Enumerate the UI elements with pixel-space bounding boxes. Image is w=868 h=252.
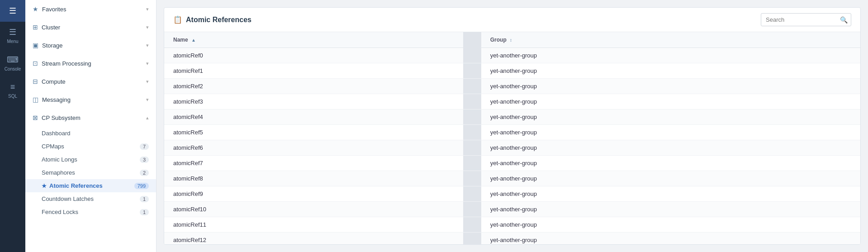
sidebar: ★ Favorites ▾ ⊞ Cluster ▾ ▣ Storage ▾	[25, 0, 157, 252]
sort-none-icon: ↕	[510, 38, 512, 43]
sidebar-item-messaging[interactable]: ◫ Messaging ▾	[25, 90, 156, 109]
sidebar-stream-processing-label: Stream Processing	[42, 60, 91, 67]
cell-group: yet-another-group	[481, 202, 860, 217]
search-input-wrap: 🔍	[761, 13, 851, 26]
atomic-longs-label: Atomic Longs	[42, 156, 77, 163]
sidebar-item-fenced-locks[interactable]: Fenced Locks 1	[25, 205, 156, 219]
col-divider	[463, 125, 481, 140]
sidebar-item-semaphores[interactable]: Semaphores 2	[25, 166, 156, 179]
table-row[interactable]: atomicRef10 yet-another-group	[164, 202, 860, 217]
stream-processing-icon: ⊡	[33, 60, 38, 67]
sidebar-item-favorites[interactable]: ★ Favorites ▾	[25, 0, 156, 18]
table-row[interactable]: atomicRef7 yet-another-group	[164, 156, 860, 171]
atomic-references-title-icon: 📋	[173, 15, 182, 24]
cell-name: atomicRef7	[164, 156, 463, 171]
sidebar-cluster-label: Cluster	[42, 24, 60, 31]
cell-group: yet-another-group	[481, 48, 860, 63]
cell-group: yet-another-group	[481, 109, 860, 125]
chevron-down-icon: ▾	[146, 6, 149, 12]
table-row[interactable]: atomicRef6 yet-another-group	[164, 140, 860, 156]
cell-group: yet-another-group	[481, 186, 860, 202]
sidebar-section-cluster: ⊞ Cluster ▾	[25, 18, 156, 36]
table-row[interactable]: atomicRef8 yet-another-group	[164, 171, 860, 186]
sidebar-item-cpmaps[interactable]: CPMaps 7	[25, 140, 156, 153]
col-divider	[463, 186, 481, 202]
cell-group: yet-another-group	[481, 79, 860, 94]
icon-bar-sql[interactable]: ≡ SQL	[0, 77, 25, 104]
table-row[interactable]: atomicRef3 yet-another-group	[164, 94, 860, 109]
cell-group: yet-another-group	[481, 63, 860, 79]
cell-name: atomicRef5	[164, 125, 463, 140]
countdown-latches-label: Countdown Latches	[42, 195, 94, 202]
col-divider	[463, 171, 481, 186]
sidebar-item-atomic-longs[interactable]: Atomic Longs 3	[25, 153, 156, 166]
icon-bar-menu-label[interactable]: ☰ Menu	[0, 22, 25, 49]
atomic-references-label: Atomic References	[49, 182, 103, 189]
sidebar-favorites-label: Favorites	[42, 6, 66, 13]
menu-button[interactable]: ☰	[0, 0, 25, 22]
chevron-down-icon: ▾	[146, 79, 149, 85]
col-divider	[463, 217, 481, 233]
fenced-locks-label: Fenced Locks	[42, 209, 78, 215]
sidebar-item-cluster[interactable]: ⊞ Cluster ▾	[25, 18, 156, 36]
storage-icon: ▣	[33, 42, 38, 49]
semaphores-label: Semaphores	[42, 169, 75, 176]
star-icon: ★	[42, 183, 47, 189]
table-row[interactable]: atomicRef11 yet-another-group	[164, 217, 860, 233]
console-icon: ⌨	[7, 55, 19, 65]
sql-icon: ≡	[10, 82, 15, 92]
chevron-down-icon: ▾	[146, 43, 149, 48]
col-divider	[463, 156, 481, 171]
col-header-group[interactable]: Group ↕	[481, 32, 860, 48]
col-divider	[463, 32, 481, 48]
col-name-label: Name	[173, 37, 188, 43]
cell-group: yet-another-group	[481, 217, 860, 233]
sidebar-messaging-label: Messaging	[42, 96, 71, 103]
sql-label: SQL	[8, 94, 17, 99]
cp-subsystem-icon: ⊠	[33, 114, 38, 121]
col-header-name[interactable]: Name ▲	[164, 32, 463, 48]
dashboard-label: Dashboard	[42, 130, 71, 137]
cell-name: atomicRef9	[164, 186, 463, 202]
table-row[interactable]: atomicRef5 yet-another-group	[164, 125, 860, 140]
cpmaps-badge: 7	[140, 143, 149, 150]
col-divider	[463, 94, 481, 109]
main-content: 📋 Atomic References 🔍 Name ▲	[157, 0, 868, 252]
sidebar-item-countdown-latches[interactable]: Countdown Latches 1	[25, 192, 156, 205]
search-button[interactable]: 🔍	[840, 16, 848, 24]
cell-name: atomicRef12	[164, 233, 463, 245]
cluster-icon: ⊞	[33, 24, 38, 31]
table-row[interactable]: atomicRef12 yet-another-group	[164, 233, 860, 245]
sidebar-item-compute[interactable]: ⊟ Compute ▾	[25, 72, 156, 90]
sidebar-item-dashboard[interactable]: Dashboard	[25, 127, 156, 140]
icon-bar-console[interactable]: ⌨ Console	[0, 49, 25, 77]
menu-icon: ☰	[9, 27, 16, 37]
content-title: 📋 Atomic References	[173, 15, 251, 24]
table-row[interactable]: atomicRef1 yet-another-group	[164, 63, 860, 79]
console-label: Console	[5, 67, 21, 71]
sidebar-item-stream-processing[interactable]: ⊡ Stream Processing ▾	[25, 54, 156, 72]
col-divider	[463, 202, 481, 217]
sidebar-compute-label: Compute	[42, 78, 66, 85]
cell-group: yet-another-group	[481, 171, 860, 186]
sidebar-section-compute: ⊟ Compute ▾	[25, 72, 156, 90]
cell-name: atomicRef8	[164, 171, 463, 186]
col-divider	[463, 140, 481, 156]
table-row[interactable]: atomicRef4 yet-another-group	[164, 109, 860, 125]
atomic-longs-badge: 3	[140, 157, 149, 163]
sidebar-item-cp-subsystem[interactable]: ⊠ CP Subsystem ▴	[25, 109, 156, 127]
cell-name: atomicRef1	[164, 63, 463, 79]
atomic-references-badge: 799	[134, 183, 149, 189]
page-title: Atomic References	[186, 16, 251, 24]
search-input[interactable]	[761, 13, 851, 26]
sidebar-section-stream-processing: ⊡ Stream Processing ▾	[25, 54, 156, 72]
table-row[interactable]: atomicRef9 yet-another-group	[164, 186, 860, 202]
col-divider	[463, 109, 481, 125]
sidebar-item-storage[interactable]: ▣ Storage ▾	[25, 36, 156, 54]
messaging-icon: ◫	[33, 96, 38, 103]
cell-name: atomicRef4	[164, 109, 463, 125]
table-row[interactable]: atomicRef0 yet-another-group	[164, 48, 860, 63]
table-row[interactable]: atomicRef2 yet-another-group	[164, 79, 860, 94]
chevron-down-icon: ▾	[146, 24, 149, 30]
sidebar-item-atomic-references[interactable]: ★ Atomic References 799	[25, 179, 156, 192]
